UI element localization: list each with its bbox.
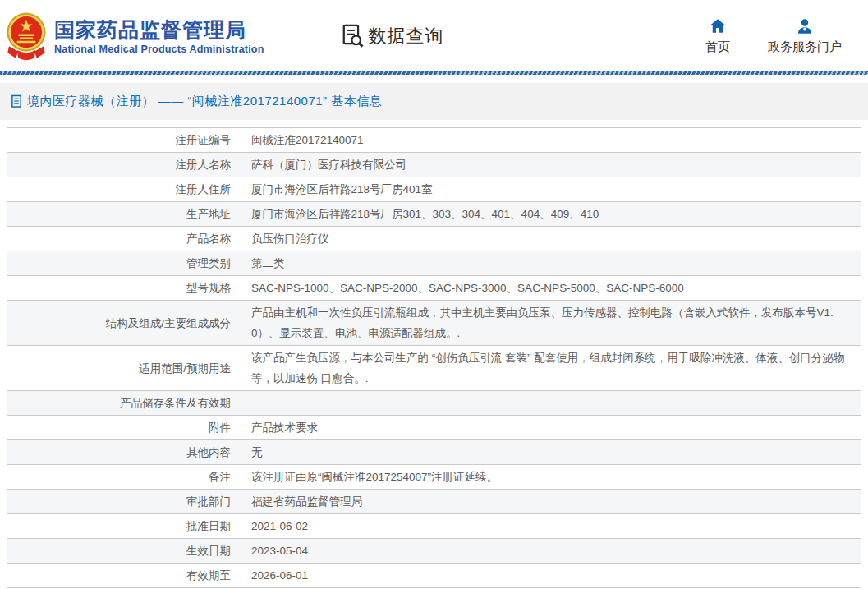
row-value: 无 bbox=[241, 440, 861, 465]
row-value: 福建省药品监督管理局 bbox=[241, 490, 861, 514]
row-value: 闽械注准20172140071 bbox=[241, 128, 861, 153]
row-value bbox=[241, 391, 861, 416]
row-label: 型号规格 bbox=[7, 276, 241, 301]
site-logo-block: 国家药品监督管理局 National Medical Products Admi… bbox=[5, 12, 264, 61]
header-right-nav: 首页 政务服务门户 bbox=[705, 17, 853, 55]
table-row: 备注该注册证由原“闽械注准2017254007”注册证延续。 bbox=[7, 465, 861, 490]
site-title: 国家药品监督管理局 bbox=[54, 17, 264, 42]
row-value: 该产品产生负压源，与本公司生产的 “创伤负压引流 套装” 配套使用，组成封闭系统… bbox=[241, 346, 861, 391]
row-label: 注册人住所 bbox=[7, 177, 241, 202]
row-value: 2021-06-02 bbox=[241, 514, 861, 539]
header-divider bbox=[0, 71, 868, 75]
row-label: 附件 bbox=[7, 416, 241, 440]
table-row: 审批部门福建省药品监督管理局 bbox=[7, 490, 861, 514]
row-label: 管理类别 bbox=[7, 251, 241, 276]
person-icon bbox=[796, 17, 814, 35]
table-row: 型号规格SAC-NPS-1000、SAC-NPS-2000、SAC-NPS-30… bbox=[7, 276, 861, 301]
table-row: 产品名称负压伤口治疗仪 bbox=[7, 227, 861, 251]
row-value: 负压伤口治疗仪 bbox=[241, 227, 861, 251]
nav-data-query[interactable]: 数据查询 bbox=[340, 23, 444, 48]
registration-info-table-wrap: 注册证编号闽械注准20172140071注册人名称萨科（厦门）医疗科技有限公司注… bbox=[7, 127, 861, 588]
table-row: 批准日期2021-06-02 bbox=[7, 514, 861, 539]
table-row: 注册人住所厦门市海沧区后祥路218号厂房401室 bbox=[7, 177, 861, 202]
row-label: 生效日期 bbox=[7, 539, 241, 564]
row-label: 有效期至 bbox=[7, 564, 241, 588]
site-title-block: 国家药品监督管理局 National Medical Products Admi… bbox=[54, 17, 264, 55]
breadcrumb: 境内医疗器械（注册） —— “闽械注准20172140071” 基本信息 bbox=[27, 94, 382, 109]
info-table-body: 注册证编号闽械注准20172140071注册人名称萨科（厦门）医疗科技有限公司注… bbox=[7, 128, 861, 588]
table-row: 生产地址厦门市海沧区后祥路218号厂房301、303、304、401、404、4… bbox=[7, 202, 861, 227]
site-header: 国家药品监督管理局 National Medical Products Admi… bbox=[0, 0, 868, 71]
row-value: 产品由主机和一次性负压引流瓶组成，其中主机主要由负压泵、压力传感器、控制电路（含… bbox=[241, 301, 861, 346]
table-row: 产品储存条件及有效期 bbox=[7, 391, 861, 416]
table-row: 有效期至2026-06-01 bbox=[7, 564, 861, 588]
row-value: 产品技术要求 bbox=[241, 416, 861, 440]
row-label: 备注 bbox=[7, 465, 241, 490]
row-label: 产品储存条件及有效期 bbox=[7, 391, 241, 416]
row-label: 批准日期 bbox=[7, 514, 241, 539]
data-query-label: 数据查询 bbox=[369, 24, 444, 48]
row-label: 其他内容 bbox=[7, 440, 241, 465]
document-icon bbox=[11, 94, 23, 108]
row-value: 该注册证由原“闽械注准2017254007”注册证延续。 bbox=[241, 465, 861, 490]
row-value: 第二类 bbox=[241, 251, 861, 276]
row-label: 生产地址 bbox=[7, 202, 241, 227]
table-row: 生效日期2023-05-04 bbox=[7, 539, 861, 564]
row-value: 萨科（厦门）医疗科技有限公司 bbox=[241, 153, 861, 177]
row-label: 适用范围/预期用途 bbox=[7, 346, 241, 391]
row-value: 2023-05-04 bbox=[241, 539, 861, 564]
table-row: 注册人名称萨科（厦门）医疗科技有限公司 bbox=[7, 153, 861, 177]
table-row: 附件产品技术要求 bbox=[7, 416, 861, 440]
row-label: 注册证编号 bbox=[7, 128, 241, 153]
table-row: 注册证编号闽械注准20172140071 bbox=[7, 128, 861, 153]
row-value: SAC-NPS-1000、SAC-NPS-2000、SAC-NPS-3000、S… bbox=[241, 276, 861, 301]
nav-portal[interactable]: 政务服务门户 bbox=[768, 17, 842, 55]
row-value: 厦门市海沧区后祥路218号厂房401室 bbox=[241, 177, 861, 202]
table-row: 其他内容无 bbox=[7, 440, 861, 465]
breadcrumb-bar: 境内医疗器械（注册） —— “闽械注准20172140071” 基本信息 bbox=[0, 83, 868, 120]
portal-label: 政务服务门户 bbox=[768, 39, 842, 55]
registration-info-table: 注册证编号闽械注准20172140071注册人名称萨科（厦门）医疗科技有限公司注… bbox=[7, 127, 861, 588]
row-value: 厦门市海沧区后祥路218号厂房301、303、304、401、404、409、4… bbox=[241, 202, 861, 227]
national-emblem-icon bbox=[5, 12, 48, 61]
site-subtitle: National Medical Products Administration bbox=[54, 44, 264, 55]
row-label: 审批部门 bbox=[7, 490, 241, 514]
nav-home[interactable]: 首页 bbox=[705, 17, 730, 55]
document-magnifier-icon bbox=[340, 23, 365, 48]
row-value: 2026-06-01 bbox=[241, 564, 861, 588]
row-label: 产品名称 bbox=[7, 227, 241, 251]
home-icon bbox=[709, 17, 727, 35]
home-label: 首页 bbox=[705, 39, 730, 55]
table-row: 结构及组成/主要组成成分产品由主机和一次性负压引流瓶组成，其中主机主要由负压泵、… bbox=[7, 301, 861, 346]
table-row: 管理类别第二类 bbox=[7, 251, 861, 276]
row-label: 注册人名称 bbox=[7, 153, 241, 177]
row-label: 结构及组成/主要组成成分 bbox=[7, 301, 241, 346]
table-row: 适用范围/预期用途该产品产生负压源，与本公司生产的 “创伤负压引流 套装” 配套… bbox=[7, 346, 861, 391]
